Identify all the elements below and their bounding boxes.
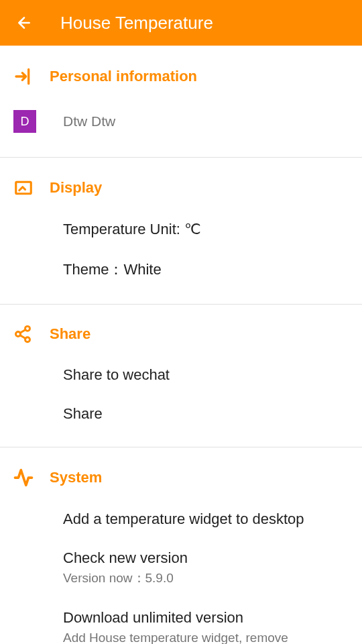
temperature-unit-row[interactable]: Temperature Unit: ℃ (0, 210, 362, 249)
app-header: House Temperature (0, 0, 362, 46)
section-header-personal: Personal information (0, 46, 362, 99)
user-row[interactable]: D Dtw Dtw (0, 99, 362, 144)
avatar: D (13, 110, 36, 133)
download-unlimited-row[interactable]: Download unlimited version Add House tem… (0, 598, 362, 644)
section-title-display: Display (50, 179, 102, 197)
svg-line-5 (20, 330, 25, 333)
share-wechat-row[interactable]: Share to wechat (0, 356, 362, 394)
theme-label: Theme：White (63, 260, 162, 280)
share-general-label: Share (63, 405, 103, 423)
add-widget-row[interactable]: Add a temperature widget to desktop (0, 500, 362, 539)
section-title-personal: Personal information (50, 68, 197, 85)
version-number: Version now：5.9.0 (63, 570, 188, 588)
activity-icon (13, 468, 50, 488)
section-display: Display Temperature Unit: ℃ Theme：White (0, 158, 362, 305)
download-unlimited-label: Download unlimited version (63, 609, 349, 627)
check-version-row[interactable]: Check new version Version now：5.9.0 (0, 539, 362, 598)
theme-row[interactable]: Theme：White (0, 249, 362, 290)
temperature-unit-label: Temperature Unit: ℃ (63, 221, 201, 238)
share-wechat-label: Share to wechat (63, 366, 170, 384)
share-icon (13, 325, 50, 343)
section-header-system: System (0, 447, 362, 500)
back-button[interactable] (13, 12, 35, 34)
section-personal: Personal information D Dtw Dtw (0, 46, 362, 158)
section-system: System Add a temperature widget to deskt… (0, 447, 362, 644)
back-arrow-icon (15, 14, 33, 32)
check-version-label: Check new version (63, 549, 188, 567)
svg-line-4 (20, 335, 25, 339)
page-title: House Temperature (60, 13, 213, 34)
display-icon (13, 178, 50, 198)
user-name: Dtw Dtw (63, 113, 115, 129)
section-header-share: Share (0, 305, 362, 356)
download-unlimited-description: Add House temperature widget, remove adv… (63, 629, 349, 644)
section-title-system: System (50, 469, 102, 486)
section-share: Share Share to wechat Share (0, 305, 362, 447)
share-general-row[interactable]: Share (0, 394, 362, 433)
login-icon (13, 66, 50, 87)
add-widget-label: Add a temperature widget to desktop (63, 511, 304, 528)
section-header-display: Display (0, 158, 362, 210)
section-title-share: Share (50, 325, 90, 343)
